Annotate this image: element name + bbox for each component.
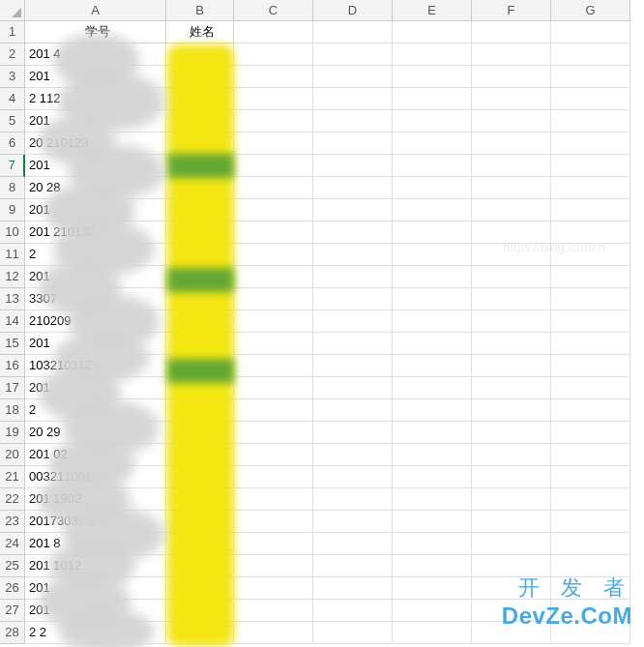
row-header[interactable]: 11 <box>0 244 25 266</box>
cell-g[interactable] <box>551 600 630 622</box>
cell-f[interactable] <box>472 488 551 511</box>
cell-a[interactable]: 201 <box>25 199 166 221</box>
row-header[interactable]: 10 <box>0 221 25 244</box>
row-header[interactable]: 9 <box>0 199 25 221</box>
cell-f[interactable] <box>472 622 551 644</box>
cell-b[interactable] <box>166 399 234 422</box>
cell-g[interactable] <box>551 511 630 533</box>
row-header[interactable]: 16 <box>0 355 25 377</box>
cell-g[interactable] <box>551 66 630 88</box>
cell-d[interactable] <box>313 399 393 422</box>
col-header-a[interactable]: A <box>25 0 166 21</box>
cell-f[interactable] <box>472 88 551 110</box>
cell-e[interactable] <box>393 88 472 110</box>
col-header-f[interactable]: F <box>472 0 551 21</box>
cell-g[interactable] <box>551 577 630 600</box>
cell-d[interactable] <box>313 88 393 110</box>
row-header[interactable]: 12 <box>0 266 25 288</box>
cell-b[interactable] <box>166 444 234 466</box>
cell-e[interactable] <box>393 600 472 622</box>
cell-a[interactable]: 2 <box>25 244 166 266</box>
cell-e[interactable] <box>393 177 472 199</box>
cell-a[interactable]: 201 <box>25 377 166 399</box>
cell-f[interactable] <box>472 399 551 422</box>
cell-e[interactable] <box>393 110 472 132</box>
cell-c[interactable] <box>234 44 313 66</box>
row-header[interactable]: 27 <box>0 600 25 622</box>
cell-d[interactable] <box>313 244 393 266</box>
cell-a[interactable]: 2 2 <box>25 622 166 644</box>
cell-g[interactable] <box>551 244 630 266</box>
row-header[interactable]: 13 <box>0 288 25 310</box>
cell-d[interactable] <box>313 355 393 377</box>
row-header[interactable]: 28 <box>0 622 25 644</box>
cell-c[interactable] <box>234 132 313 155</box>
cell-a[interactable]: 103210312 <box>25 355 166 377</box>
cell-f[interactable] <box>472 511 551 533</box>
cell-e[interactable] <box>393 577 472 600</box>
cell-a[interactable]: 201 4 <box>25 44 166 66</box>
cell-g[interactable] <box>551 310 630 333</box>
cell-e[interactable] <box>393 199 472 221</box>
cell-f[interactable] <box>472 444 551 466</box>
cell-c[interactable] <box>234 221 313 244</box>
cell-c[interactable] <box>234 310 313 333</box>
cell-a[interactable]: 201 <box>25 110 166 132</box>
col-header-b[interactable]: B <box>166 0 234 21</box>
cell-a[interactable]: 20 28 <box>25 177 166 199</box>
col-header-g[interactable]: G <box>551 0 630 21</box>
row-header[interactable]: 19 <box>0 422 25 444</box>
cell-a[interactable]: 201 <box>25 333 166 355</box>
cell-b[interactable] <box>166 132 234 155</box>
cell-b[interactable] <box>166 466 234 488</box>
cell-g[interactable] <box>551 288 630 310</box>
cell-c[interactable] <box>234 622 313 644</box>
cell-e[interactable] <box>393 488 472 511</box>
row-header[interactable]: 24 <box>0 533 25 555</box>
cell-e[interactable] <box>393 511 472 533</box>
cell-d[interactable] <box>313 622 393 644</box>
cell-b[interactable] <box>166 600 234 622</box>
col-header-d[interactable]: D <box>313 0 393 21</box>
cell-d[interactable] <box>313 444 393 466</box>
col-header-e[interactable]: E <box>393 0 472 21</box>
cell-c[interactable] <box>234 600 313 622</box>
row-header[interactable]: 6 <box>0 132 25 155</box>
cell-b[interactable] <box>166 88 234 110</box>
cell-b[interactable] <box>166 155 234 177</box>
cell-b[interactable] <box>166 533 234 555</box>
cell-d[interactable] <box>313 577 393 600</box>
cell-g[interactable] <box>551 399 630 422</box>
cell-c[interactable] <box>234 155 313 177</box>
cell-e[interactable] <box>393 221 472 244</box>
cell-d[interactable] <box>313 155 393 177</box>
row-header[interactable]: 7 <box>0 155 25 177</box>
cell-a[interactable]: 201 210132 <box>25 221 166 244</box>
cell-e[interactable] <box>393 310 472 333</box>
cell-g[interactable] <box>551 377 630 399</box>
cell-a[interactable]: 3307 <box>25 288 166 310</box>
cell-g[interactable] <box>551 488 630 511</box>
cell-f[interactable] <box>472 21 551 44</box>
cell-b[interactable] <box>166 577 234 600</box>
cell-f[interactable] <box>472 555 551 577</box>
col-header-c[interactable]: C <box>234 0 313 21</box>
cell-a[interactable]: 2 <box>25 399 166 422</box>
cell-e[interactable] <box>393 422 472 444</box>
cell-a[interactable]: 201 1012 <box>25 555 166 577</box>
cell-b[interactable] <box>166 333 234 355</box>
cell-f[interactable] <box>472 422 551 444</box>
cell-g[interactable] <box>551 88 630 110</box>
cell-d[interactable] <box>313 533 393 555</box>
cell-f[interactable] <box>472 577 551 600</box>
row-header[interactable]: 15 <box>0 333 25 355</box>
cell-g[interactable] <box>551 333 630 355</box>
header-cell-a[interactable]: 学号 <box>25 21 166 44</box>
cell-d[interactable] <box>313 310 393 333</box>
cell-e[interactable] <box>393 555 472 577</box>
cell-b[interactable] <box>166 110 234 132</box>
cell-b[interactable] <box>166 266 234 288</box>
cell-a[interactable]: 201 <box>25 155 166 177</box>
row-header[interactable]: 8 <box>0 177 25 199</box>
cell-d[interactable] <box>313 422 393 444</box>
